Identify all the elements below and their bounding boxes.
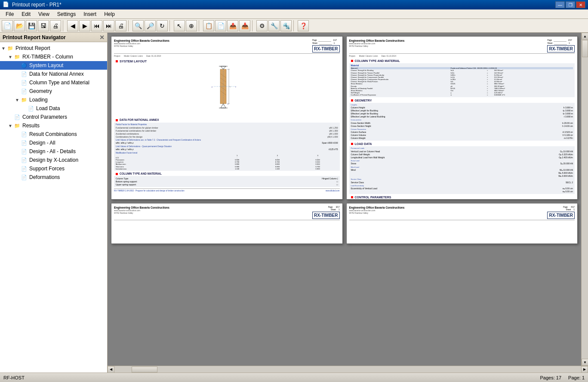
menu-file[interactable]: File xyxy=(2,10,18,18)
doc-icon: 📄 xyxy=(21,174,28,181)
tree-item-column-type-material[interactable]: 📄 Column Type and Material xyxy=(0,78,107,87)
red-dot-p2-1 xyxy=(351,60,353,62)
window-title: Printout report - PR1* xyxy=(12,2,555,8)
page-2-content: Engineering Office Bavaria Constructions… xyxy=(347,37,578,200)
horizontal-scrollbar[interactable]: ◀ ▶ xyxy=(108,366,588,373)
tree-item-load-data[interactable]: 📄 Load Data xyxy=(0,104,107,113)
col-type-content-p1: Column TypeHinged Column | Bottom spring… xyxy=(114,176,340,187)
tree-item-design-all-details[interactable]: 📄 Design - All - Details xyxy=(0,147,107,156)
save-all-button[interactable]: 🖫 xyxy=(38,20,49,31)
h-scroll-track[interactable] xyxy=(114,366,581,373)
restore-button[interactable]: ❐ xyxy=(566,1,575,8)
address-p1: 94762 Rainbow Valley xyxy=(114,45,169,48)
settings2-button[interactable]: 🔧 xyxy=(268,20,280,31)
scroll-thumb[interactable] xyxy=(582,40,588,57)
h-scroll-thumb[interactable] xyxy=(132,367,157,373)
page-3: Engineering Office Bavaria Constructions… xyxy=(111,203,343,244)
load-data-section-p2: LOAD DATA xyxy=(351,142,575,146)
col-type-row: Column TypeHinged Column | xyxy=(116,177,338,180)
scroll-down-button[interactable]: ▼ xyxy=(582,359,588,366)
close-button[interactable]: ✕ xyxy=(576,1,585,8)
last-button[interactable]: ⏭ xyxy=(103,20,114,31)
open-button[interactable]: 📂 xyxy=(14,20,25,31)
menu-view[interactable]: View xyxy=(34,10,53,18)
tree-label-deformations: Deformations xyxy=(29,174,60,180)
expand-icon: ▼ xyxy=(0,46,7,51)
folder-icon: 📁 xyxy=(21,96,28,103)
tree-label-system-layout: System Layout xyxy=(29,62,63,68)
scroll-track[interactable] xyxy=(582,40,588,359)
new-button[interactable]: 📄 xyxy=(2,20,13,31)
folder-icon: 📁 xyxy=(14,122,21,129)
tree-item-data-national-annex[interactable]: 📄 Data for National Annex xyxy=(0,70,107,78)
tree-item-design-by-x-location[interactable]: 📄 Design by X-Location xyxy=(0,156,107,164)
print2-button[interactable]: 🖨 xyxy=(115,20,126,31)
tree-item-control-parameters[interactable]: 📄 Control Parameters xyxy=(0,113,107,121)
status-bar: RF-HOST Pages: 17 Page: 1 xyxy=(0,373,588,382)
doc-icon: 📄 xyxy=(28,105,34,112)
refresh-button[interactable]: ↻ xyxy=(157,20,168,31)
tree-item-loading[interactable]: ▼ 📁 Loading xyxy=(0,96,107,104)
save-button[interactable]: 💾 xyxy=(26,20,37,31)
folder-icon: 📁 xyxy=(7,45,14,52)
eccentricity-row2: e₂ 0.00 cm xyxy=(351,190,573,193)
minimize-button[interactable]: — xyxy=(555,1,565,8)
tree-label-load-data: Load Data xyxy=(36,105,60,111)
copy-button[interactable]: 📋 xyxy=(203,20,214,31)
tree-label-printout-report: Printout Report xyxy=(15,45,50,51)
svg-text:i: i xyxy=(228,68,228,71)
control-params-title-p2: CONTROL PARAMETERS xyxy=(355,195,391,199)
company-name-p2: Engineering Office Bavaria Constructions xyxy=(349,39,405,43)
back-button[interactable]: ◀ xyxy=(67,20,78,31)
tree-item-rx-timber[interactable]: ▼ 📁 RX-TIMBER - Column xyxy=(0,52,107,61)
page-3-content: Engineering Office Bavaria Constructions… xyxy=(111,203,342,224)
col-surface: Column SurfaceA 3.523 m² xyxy=(351,131,573,134)
tree-item-design-all[interactable]: 📄 Design - All xyxy=(0,139,107,147)
settings-button[interactable]: ⚙ xyxy=(256,20,268,31)
tree-label-column-type-material: Column Type and Material xyxy=(29,80,89,86)
svg-text:y: y xyxy=(212,86,212,88)
sheet-info-p1: Sheet1 xyxy=(312,42,340,45)
scroll-left-button[interactable]: ◀ xyxy=(108,366,114,373)
tree-label-rx-timber: RX-TIMBER - Column xyxy=(22,54,73,60)
select-button[interactable]: ↖ xyxy=(174,20,185,31)
menu-help[interactable]: Help xyxy=(100,10,119,18)
doc-icon: 📄 xyxy=(21,79,28,86)
help-button[interactable]: ❓ xyxy=(298,20,309,31)
zoom-out-button[interactable]: 🔎 xyxy=(145,20,156,31)
zoom-in-button[interactable]: 🔍 xyxy=(132,20,144,31)
tree-label-result-combinations: Result Combinations xyxy=(29,131,77,137)
tree-label-design-by-x-location: Design by X-Location xyxy=(29,157,78,163)
tree-item-results[interactable]: ▼ 📁 Results xyxy=(0,121,107,130)
tree-item-system-layout[interactable]: 🔵 System Layout xyxy=(0,61,107,70)
vertical-scrollbar[interactable]: ▲ ▼ xyxy=(581,33,588,366)
menu-insert[interactable]: Insert xyxy=(80,10,100,18)
tree-item-geometry[interactable]: 📄 Geometry xyxy=(0,87,107,96)
tree-item-support-forces[interactable]: 📄 Support Forces xyxy=(0,164,107,173)
system-layout-title: SYSTEM LAYOUT xyxy=(120,59,147,64)
copy2-button[interactable]: 📄 xyxy=(215,20,226,31)
first-button[interactable]: ⏮ xyxy=(91,20,102,31)
menu-settings[interactable]: Settings xyxy=(53,10,80,18)
scroll-right-button[interactable]: ▶ xyxy=(581,366,588,373)
scroll-up-button[interactable]: ▲ xyxy=(582,33,588,40)
data-row-1: Fundamental combinations for glulam timb… xyxy=(116,126,338,129)
navigator-close-button[interactable]: ✕ xyxy=(99,34,105,41)
red-dot-3 xyxy=(116,173,118,175)
tree-item-deformations[interactable]: 📄 Deformations xyxy=(0,173,107,182)
menu-edit[interactable]: Edit xyxy=(18,10,34,18)
forward-button[interactable]: ▶ xyxy=(79,20,90,31)
export-button[interactable]: 📤 xyxy=(227,20,238,31)
bottom-spring: Bottom spring support:□ xyxy=(116,180,338,183)
print-button[interactable]: 🖨 xyxy=(50,20,61,31)
export2-button[interactable]: 📥 xyxy=(239,20,250,31)
zoom-area-button[interactable]: ⊕ xyxy=(186,20,197,31)
national-annex-content: Partial Factor for Material Properties F… xyxy=(114,123,340,171)
page-1: Engineering Office Bavaria Constructions… xyxy=(111,36,343,200)
system-layout-section: SYSTEM LAYOUT xyxy=(116,59,340,64)
doc-icon: 📄 xyxy=(21,131,28,138)
settings3-button[interactable]: 🔩 xyxy=(280,20,292,31)
menu-bar: File Edit View Settings Insert Help xyxy=(0,9,588,19)
tree-item-result-combinations[interactable]: 📄 Result Combinations xyxy=(0,130,107,139)
tree-item-printout-report[interactable]: ▼ 📁 Printout Report xyxy=(0,44,107,52)
